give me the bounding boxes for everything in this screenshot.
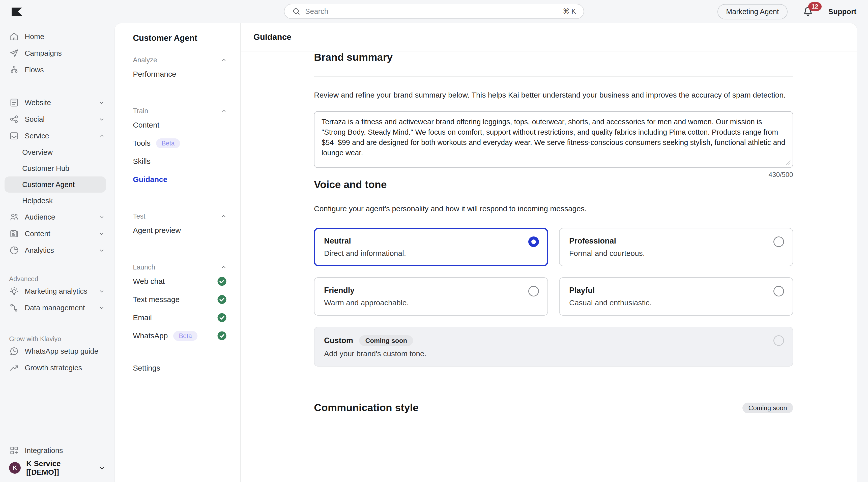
sidebar-item-overview[interactable]: Overview [0, 144, 115, 160]
agent-nav-item-performance[interactable]: Performance [133, 65, 227, 83]
voice-tone-description: Configure your agent's personality and h… [314, 203, 793, 215]
account-switcher[interactable]: K K Service [[DEMO]] [0, 459, 115, 477]
agent-nav-section-test[interactable]: Test [133, 211, 227, 221]
chevron-down-icon [98, 304, 105, 311]
brand-summary-textarea[interactable]: Terraza is a fitness and activewear bran… [314, 111, 793, 168]
notification-count-badge: 12 [808, 2, 822, 11]
chevron-up-icon [220, 213, 227, 220]
agent-nav-item-guidance[interactable]: Guidance [133, 170, 227, 189]
radio-disabled-icon [773, 335, 784, 346]
agent-nav-section-launch[interactable]: Launch [133, 262, 227, 272]
chevron-up-icon [220, 264, 227, 271]
sidebar-item-audience[interactable]: Audience [0, 209, 115, 225]
home-icon [9, 32, 19, 41]
check-circle-icon [217, 294, 227, 305]
sidebar-section-advanced: Advanced [0, 272, 115, 283]
agent-nav-item-skills[interactable]: Skills [133, 152, 227, 170]
tone-option-playful[interactable]: Playful Casual and enthusiastic. [559, 277, 793, 316]
data-nodes-icon [9, 303, 19, 313]
sidebar-item-website[interactable]: Website [0, 94, 115, 111]
notifications-button[interactable]: 12 [802, 6, 814, 18]
analytics-pie-icon [9, 245, 19, 255]
agent-nav-item-content[interactable]: Content [133, 116, 227, 134]
tone-options-grid: Neutral Direct and informational. Profes… [314, 228, 793, 316]
topbar-actions: Marketing Agent 12 Support [717, 4, 857, 20]
lightbulb-icon [9, 286, 19, 296]
send-icon [9, 48, 19, 58]
main-pane: Guidance Brand summary Review and refine… [241, 23, 857, 482]
customer-agent-nav: Customer Agent Analyze Performance Train… [115, 23, 241, 482]
sidebar: Home Campaigns Flows Website Social Serv… [0, 23, 115, 482]
communication-style-section: Communication style Coming soon [314, 402, 793, 414]
whatsapp-icon [9, 346, 19, 356]
search-shortcut: ⌘ K [563, 7, 576, 15]
agent-nav-item-settings[interactable]: Settings [133, 359, 227, 377]
chevron-down-icon [98, 116, 105, 123]
sidebar-item-integrations[interactable]: Integrations [0, 442, 115, 459]
sidebar-item-marketing-analytics[interactable]: Marketing analytics [0, 283, 115, 299]
website-icon [9, 98, 19, 108]
beta-badge: Beta [173, 331, 197, 341]
page-card: Customer Agent Analyze Performance Train… [115, 23, 857, 482]
sidebar-item-flows[interactable]: Flows [0, 62, 115, 78]
sidebar-item-whatsapp-setup[interactable]: WhatsApp setup guide [0, 343, 115, 359]
sidebar-spacer [0, 376, 115, 442]
sidebar-item-growth-strategies[interactable]: Growth strategies [0, 359, 115, 376]
agent-nav-item-email[interactable]: Email [133, 309, 227, 327]
agent-nav-title: Customer Agent [133, 32, 227, 44]
sidebar-item-service[interactable]: Service [0, 128, 115, 144]
beta-badge: Beta [156, 138, 180, 148]
chevron-up-icon [220, 107, 227, 115]
klaviyo-logo-icon[interactable] [11, 7, 22, 15]
trend-up-icon [9, 363, 19, 373]
sidebar-item-analytics[interactable]: Analytics [0, 242, 115, 259]
divider [314, 76, 793, 77]
voice-tone-title: Voice and tone [314, 179, 793, 191]
sidebar-item-customer-agent[interactable]: Customer Agent [4, 176, 106, 193]
sidebar-item-customer-hub[interactable]: Customer Hub [0, 160, 115, 176]
sidebar-item-home[interactable]: Home [0, 28, 115, 45]
sidebar-item-social[interactable]: Social [0, 111, 115, 128]
support-link[interactable]: Support [829, 7, 857, 16]
char-counter: 430/500 [314, 171, 793, 179]
tone-option-custom: Custom Coming soon Add your brand's cust… [314, 327, 793, 366]
check-circle-icon [217, 330, 227, 341]
sidebar-item-content[interactable]: Content [0, 225, 115, 242]
sidebar-item-helpdesk[interactable]: Helpdesk [0, 193, 115, 209]
brand-summary-field: Terraza is a fitness and activewear bran… [314, 111, 793, 168]
agent-nav-section-analyze[interactable]: Analyze [133, 55, 227, 65]
brand-summary-title: Brand summary [314, 52, 793, 63]
flows-icon [9, 65, 19, 75]
agent-nav-item-whatsapp[interactable]: WhatsApp Beta [133, 327, 227, 345]
divider [314, 425, 793, 425]
radio-unselected-icon[interactable] [773, 286, 784, 296]
integrations-icon [9, 445, 19, 455]
tone-option-neutral[interactable]: Neutral Direct and informational. [314, 228, 548, 266]
sidebar-item-campaigns[interactable]: Campaigns [0, 45, 115, 62]
radio-unselected-icon[interactable] [773, 236, 784, 247]
agent-nav-item-text-message[interactable]: Text message [133, 290, 227, 309]
audience-icon [9, 212, 19, 222]
sidebar-item-data-management[interactable]: Data management [0, 299, 115, 316]
coming-soon-badge: Coming soon [359, 335, 413, 346]
search-input[interactable]: Search ⌘ K [284, 4, 584, 19]
agent-nav-item-web-chat[interactable]: Web chat [133, 272, 227, 290]
search-placeholder: Search [305, 7, 558, 15]
guidance-content: Brand summary Review and refine your bra… [241, 52, 857, 425]
radio-unselected-icon[interactable] [528, 286, 539, 296]
agent-nav-item-agent-preview[interactable]: Agent preview [133, 221, 227, 239]
chevron-down-icon [98, 464, 106, 472]
tone-option-professional[interactable]: Professional Formal and courteous. [559, 228, 793, 266]
main-header: Guidance [241, 23, 857, 52]
agent-nav-item-tools[interactable]: Tools Beta [133, 134, 227, 152]
radio-selected-icon[interactable] [528, 236, 539, 247]
resize-handle-icon[interactable] [785, 160, 791, 165]
check-circle-icon [217, 276, 227, 287]
coming-soon-badge: Coming soon [742, 403, 793, 413]
agent-nav-section-train[interactable]: Train [133, 106, 227, 116]
tone-option-friendly[interactable]: Friendly Warm and approachable. [314, 277, 548, 316]
sidebar-gap [0, 78, 115, 94]
chevron-up-icon [220, 57, 227, 64]
check-circle-icon [217, 312, 227, 323]
marketing-agent-button[interactable]: Marketing Agent [717, 4, 787, 20]
